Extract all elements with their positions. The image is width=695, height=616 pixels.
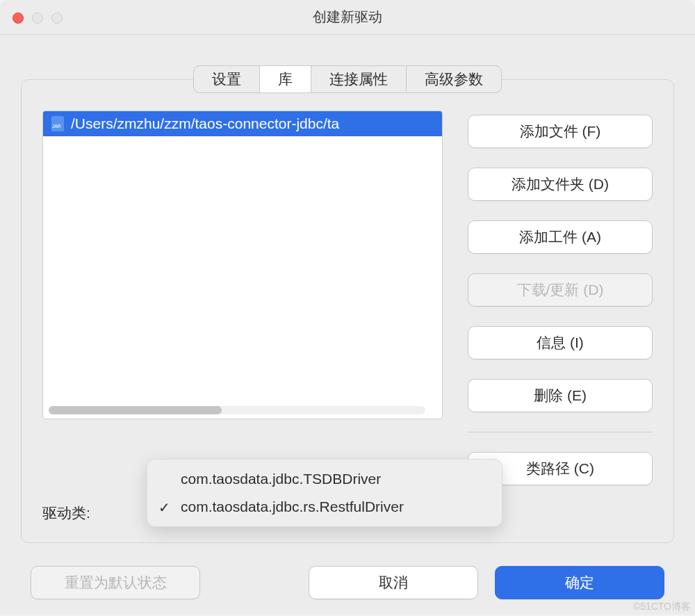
- add-file-button[interactable]: 添加文件 (F): [468, 115, 653, 148]
- page-body: 设置 库 连接属性 高级参数 /Users/zmzhu/zzm/taos-con…: [0, 35, 695, 543]
- jar-path: /Users/zmzhu/zzm/taos-connector-jdbc/ta: [71, 115, 339, 132]
- check-icon: ✓: [158, 499, 170, 516]
- close-icon[interactable]: [13, 13, 24, 24]
- dialog-window: 创建新驱动 设置 库 连接属性 高级参数 /Users/zmzhu/zzm/ta…: [0, 0, 695, 615]
- driver-option-1[interactable]: ✓ com.taosdata.jdbc.rs.RestfulDriver: [147, 493, 502, 521]
- titlebar: 创建新驱动: [0, 0, 695, 35]
- tab-segment: 设置 库 连接属性 高级参数: [193, 65, 502, 93]
- tab-bar: 设置 库 连接属性 高级参数: [21, 65, 674, 93]
- jar-listbox[interactable]: /Users/zmzhu/zzm/taos-connector-jdbc/ta: [42, 111, 443, 419]
- tab-connection-properties[interactable]: 连接属性: [311, 66, 406, 92]
- download-update-button: 下载/更新 (D): [468, 273, 653, 307]
- add-artifact-button[interactable]: 添加工件 (A): [468, 220, 653, 254]
- maximize-icon[interactable]: [51, 13, 63, 24]
- minimize-icon[interactable]: [32, 13, 43, 24]
- ok-button[interactable]: 确定: [495, 566, 664, 599]
- watermark: ©51CTO博客: [633, 601, 691, 613]
- side-divider: [468, 432, 653, 432]
- jar-list-item[interactable]: /Users/zmzhu/zzm/taos-connector-jdbc/ta: [43, 111, 442, 136]
- driver-option-label: com.taosdata.jdbc.TSDBDriver: [181, 471, 381, 487]
- add-folder-button[interactable]: 添加文件夹 (D): [468, 168, 653, 201]
- horizontal-scrollbar[interactable]: [49, 406, 425, 414]
- side-buttons: 添加文件 (F) 添加文件夹 (D) 添加工件 (A) 下载/更新 (D) 信息…: [468, 111, 653, 485]
- info-button[interactable]: 信息 (I): [468, 326, 653, 359]
- driver-class-row: 驱动类: com.taosdata.jdbc.TSDBDriver ✓ com.…: [42, 503, 653, 523]
- cancel-button[interactable]: 取消: [309, 566, 478, 599]
- window-title: 创建新驱动: [313, 8, 382, 26]
- delete-button[interactable]: 删除 (E): [468, 379, 653, 412]
- tab-settings[interactable]: 设置: [194, 66, 259, 92]
- driver-class-label: 驱动类:: [42, 503, 90, 523]
- traffic-lights: [13, 13, 63, 24]
- jar-icon: [51, 116, 64, 131]
- tab-library[interactable]: 库: [259, 66, 311, 92]
- driver-option-0[interactable]: com.taosdata.jdbc.TSDBDriver: [147, 465, 502, 493]
- dialog-footer: 重置为默认状态 取消 确定: [0, 566, 695, 599]
- library-group: /Users/zmzhu/zzm/taos-connector-jdbc/ta …: [21, 79, 674, 543]
- driver-option-label: com.taosdata.jdbc.rs.RestfulDriver: [181, 499, 404, 514]
- tab-advanced[interactable]: 高级参数: [406, 66, 501, 92]
- driver-class-dropdown[interactable]: com.taosdata.jdbc.TSDBDriver ✓ com.taosd…: [147, 459, 502, 527]
- reset-defaults-button: 重置为默认状态: [31, 566, 200, 599]
- library-content: /Users/zmzhu/zzm/taos-connector-jdbc/ta …: [42, 111, 653, 485]
